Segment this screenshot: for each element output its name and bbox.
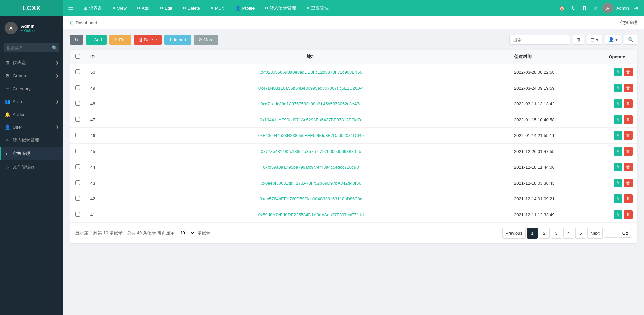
sidebar-item-addon[interactable]: 🔔 Addon bbox=[0, 108, 63, 121]
columns-button[interactable]: 👤 ▾ bbox=[605, 35, 621, 45]
row-checkbox-cell bbox=[70, 175, 86, 191]
row-checkbox[interactable] bbox=[75, 133, 80, 137]
pagination-info: 显示第 1 到第 10 条记录，总共 49 条记录 每页显示 10 25 50 … bbox=[75, 229, 210, 237]
close-icon[interactable]: ✕ bbox=[592, 4, 599, 13]
menu-toggle-icon[interactable]: ☰ bbox=[63, 4, 78, 12]
nav-item-add[interactable]: Add bbox=[132, 0, 155, 16]
list-view-button[interactable]: ⊟ ▾ bbox=[587, 35, 602, 45]
search-filter-button[interactable]: 🔍 bbox=[624, 35, 637, 45]
grid-view-button[interactable]: ⊞ bbox=[573, 35, 584, 45]
row-delete-button[interactable]: 🗑 bbox=[624, 131, 633, 140]
row-address: 0xF43c044a23B238b59FEE5966d8B7Dad02081D0… bbox=[112, 128, 509, 144]
page-1-button[interactable]: 1 bbox=[527, 228, 538, 239]
row-checkbox[interactable] bbox=[75, 164, 80, 169]
import-button[interactable]: ⬆ Import bbox=[164, 35, 191, 45]
nav-item-profile-label: Profile bbox=[242, 6, 255, 11]
row-delete-button[interactable]: 🗑 bbox=[624, 68, 633, 76]
add-button[interactable]: + Add bbox=[86, 35, 107, 45]
layout: A Admin Online 🔍 ⊞ 仪表盘 ❯ ⚙ General ❯ ☰ bbox=[0, 16, 644, 315]
nav-item-edit[interactable]: Edit bbox=[155, 0, 177, 16]
per-page-select[interactable]: 10 25 50 100 bbox=[177, 229, 195, 237]
sidebar-item-general[interactable]: ⚙ General ❯ bbox=[0, 69, 63, 82]
nav-item-airdrop[interactable]: 空投管理 bbox=[301, 0, 334, 16]
sidebar-item-category[interactable]: ☰ Category bbox=[0, 82, 63, 95]
sidebar-item-transfer[interactable]: ○ 转入记录管理 bbox=[0, 133, 63, 147]
row-delete-button[interactable]: 🗑 bbox=[624, 147, 633, 156]
next-button[interactable]: Next bbox=[587, 228, 603, 239]
row-edit-button[interactable]: ✎ bbox=[614, 179, 622, 187]
row-edit-button[interactable]: ✎ bbox=[614, 99, 622, 108]
row-checkbox[interactable] bbox=[75, 149, 80, 153]
nav-item-dashboard[interactable]: ⊞ 仪表盘 bbox=[78, 0, 107, 16]
row-checkbox[interactable] bbox=[75, 117, 80, 122]
nav-item-multi[interactable]: Multi bbox=[205, 0, 230, 16]
user-menu-icon: 👤 bbox=[5, 124, 10, 130]
page-go-input[interactable] bbox=[604, 229, 617, 238]
expand-icon[interactable]: ⇥ bbox=[632, 4, 639, 13]
sidebar-item-user[interactable]: 👤 User ❯ bbox=[0, 121, 63, 133]
row-checkbox[interactable] bbox=[75, 196, 80, 201]
sidebar-item-auth[interactable]: 👥 Auth ❯ bbox=[0, 95, 63, 108]
row-delete-button[interactable]: 🗑 bbox=[624, 179, 633, 187]
sidebar-menu: ⊞ 仪表盘 ❯ ⚙ General ❯ ☰ Category 👥 Auth ❯ … bbox=[0, 56, 63, 315]
refresh-icon[interactable]: ↻ bbox=[570, 4, 577, 13]
row-edit-button[interactable]: ✎ bbox=[614, 163, 622, 171]
page-3-button[interactable]: 3 bbox=[551, 228, 562, 239]
row-delete-button[interactable]: 🗑 bbox=[624, 210, 633, 219]
refresh-button[interactable]: ↻ bbox=[70, 35, 83, 45]
row-checkbox[interactable] bbox=[75, 85, 80, 90]
home-icon[interactable]: 🏠 bbox=[557, 4, 567, 13]
row-created: 2021-12-18 11:44:06 bbox=[509, 159, 597, 175]
nav-item-dashboard-label: 仪表盘 bbox=[89, 5, 102, 11]
row-checkbox[interactable] bbox=[75, 212, 80, 217]
sidebar-item-airdrop-label: 空投管理 bbox=[13, 151, 30, 157]
data-table: ID 地址 创建时间 Operate 50 0xf0230566693a0e8a… bbox=[70, 50, 637, 223]
sidebar-item-airdrop[interactable]: ○ 空投管理 bbox=[0, 147, 63, 160]
table-search-input[interactable] bbox=[509, 35, 570, 45]
page-5-button[interactable]: 5 bbox=[575, 228, 586, 239]
row-checkbox[interactable] bbox=[75, 69, 80, 74]
sidebar-item-filemanager[interactable]: ▷ 文件管理器 bbox=[0, 160, 63, 174]
sidebar-search-input[interactable] bbox=[4, 43, 59, 52]
row-edit-button[interactable]: ✎ bbox=[614, 131, 622, 140]
user-name: Admin bbox=[21, 24, 35, 29]
table-row: 42 0xab5764bEFa760D59f0cb9048338163110bD… bbox=[70, 191, 637, 207]
row-delete-button[interactable]: 🗑 bbox=[624, 84, 633, 92]
select-all-checkbox[interactable] bbox=[75, 54, 80, 59]
row-edit-button[interactable]: ✎ bbox=[614, 84, 622, 92]
created-header: 创建时间 bbox=[509, 50, 597, 64]
row-created: 2022-01-15 10:40:58 bbox=[509, 112, 597, 128]
sidebar-item-dashboard[interactable]: ⊞ 仪表盘 ❯ bbox=[0, 56, 63, 69]
page-2-button[interactable]: 2 bbox=[539, 228, 550, 239]
row-id: 48 bbox=[86, 96, 112, 112]
operate-buttons: ✎ 🗑 bbox=[602, 194, 633, 203]
edit-button[interactable]: ✎ Edit bbox=[109, 35, 131, 45]
page-4-button[interactable]: 4 bbox=[563, 228, 574, 239]
breadcrumb-label: Dashboard bbox=[76, 20, 97, 25]
row-edit-button[interactable]: ✎ bbox=[614, 115, 622, 124]
trash-icon[interactable]: 🗑 bbox=[580, 4, 588, 12]
row-edit-button[interactable]: ✎ bbox=[614, 210, 622, 219]
row-checkbox[interactable] bbox=[75, 180, 80, 185]
transfer-menu-icon: ○ bbox=[5, 137, 10, 143]
nav-item-profile[interactable]: 👤 Profile bbox=[230, 0, 260, 16]
row-edit-button[interactable]: ✎ bbox=[614, 147, 622, 156]
row-delete-button[interactable]: 🗑 bbox=[624, 99, 633, 108]
row-edit-button[interactable]: ✎ bbox=[614, 68, 622, 76]
previous-button[interactable]: Previous bbox=[502, 228, 526, 239]
nav-item-transfer[interactable]: 转入记录管理 bbox=[260, 0, 301, 16]
sidebar-search-box[interactable]: 🔍 bbox=[0, 40, 63, 56]
more-button[interactable]: ⚙ More bbox=[194, 35, 218, 45]
row-delete-button[interactable]: 🗑 bbox=[624, 115, 633, 124]
row-checkbox-cell bbox=[70, 64, 86, 80]
row-edit-button[interactable]: ✎ bbox=[614, 194, 622, 203]
operate-buttons: ✎ 🗑 bbox=[602, 147, 633, 156]
delete-button[interactable]: 🗑 Delete bbox=[134, 35, 162, 45]
nav-item-view[interactable]: View bbox=[107, 0, 132, 16]
row-delete-button[interactable]: 🗑 bbox=[624, 194, 633, 203]
row-checkbox[interactable] bbox=[75, 101, 80, 106]
row-delete-button[interactable]: 🗑 bbox=[624, 163, 633, 171]
table-row: 49 0x47D408116a56b54Be80995ec307007Fc5E1… bbox=[70, 80, 637, 96]
nav-item-delete[interactable]: Delete bbox=[178, 0, 206, 16]
page-go-button[interactable]: Go bbox=[619, 229, 632, 238]
